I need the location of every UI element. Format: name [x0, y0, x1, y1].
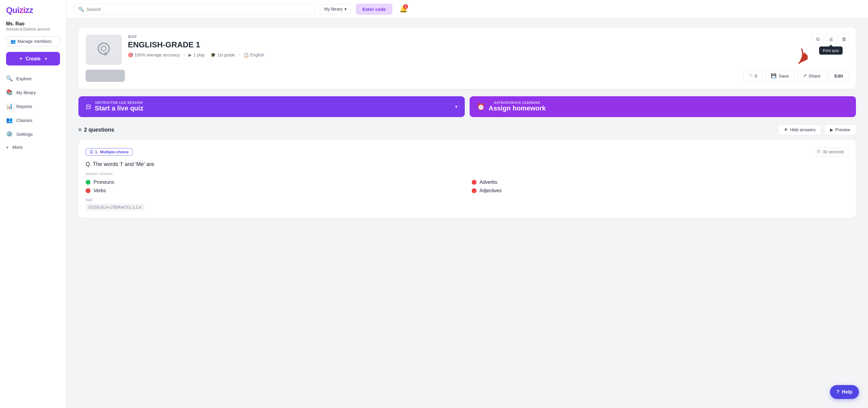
create-button[interactable]: ＋ Create ▼	[6, 52, 60, 65]
quiz-thumbnail	[86, 35, 122, 65]
quiz-info: QUIZ ENGLISH-GRADE 1 🎯 100% average accu…	[128, 35, 849, 57]
edit-button[interactable]: Edit	[829, 70, 849, 82]
user-name: Ms. Rao	[6, 21, 60, 27]
enter-code-button[interactable]: Enter code	[356, 4, 393, 15]
create-plus-icon: ＋	[19, 56, 23, 62]
classes-icon: 👥	[6, 117, 13, 123]
hide-answers-label: Hide answers	[790, 127, 815, 132]
print-button[interactable]: 🖨 Print quiz	[825, 33, 837, 45]
question-text: Q. The words 'I' and 'Me' are	[86, 161, 849, 168]
question-header: ☑ 1. Multiple-choice ⏱ 30 seconds	[86, 147, 849, 156]
time-value: 30 seconds	[823, 149, 844, 154]
create-label: Create	[26, 56, 41, 62]
manage-members-label: Manage members	[18, 39, 52, 44]
sidebar-item-reports[interactable]: 📊 Reports	[0, 99, 66, 113]
question-tag: CCSS.ELA-LITERACY.L.1.1.d	[86, 204, 144, 211]
more-chevron-icon: ∨	[6, 145, 9, 149]
notification-button[interactable]: 🔔 1	[397, 3, 409, 15]
preview-button[interactable]: ▶ Preview	[824, 124, 856, 135]
hide-answers-icon: 👁	[784, 127, 788, 132]
answer-pronouns: Pronouns	[86, 180, 463, 185]
sidebar-item-settings-label: Settings	[16, 132, 33, 137]
sidebar-item-classes[interactable]: 👥 Classes	[0, 113, 66, 127]
quiz-type-label: QUIZ	[128, 35, 849, 38]
grade-icon: 🎓	[211, 53, 216, 57]
save-button[interactable]: 💾 Save	[765, 70, 795, 82]
library-selector[interactable]: My library ▾	[320, 4, 351, 14]
reports-icon: 📊	[6, 103, 13, 110]
sidebar-item-more[interactable]: ∨ More	[0, 141, 66, 153]
answer-dot-wrong-3	[472, 188, 476, 193]
share-icon: ↗	[803, 73, 807, 79]
help-question-icon: ?	[837, 389, 840, 395]
search-bar: 🔍	[73, 4, 315, 15]
copy-button[interactable]: ⧉	[812, 33, 824, 45]
sidebar-item-settings[interactable]: ⚙️ Settings	[0, 127, 66, 141]
assign-homework-button[interactable]: ⏰ ASYNCRONOUS LEARNING Assign homework	[470, 96, 856, 117]
help-button[interactable]: ? Help	[830, 385, 859, 399]
check-icon: ☑	[90, 150, 93, 154]
answer-adjectives-text: Adjectives	[479, 188, 501, 194]
print-tooltip: Print quiz	[819, 47, 843, 55]
answer-verbs: Verbs	[86, 188, 463, 194]
question-type-badge: ☑ 1. Multiple-choice	[86, 148, 132, 156]
play-icon: ▶	[188, 53, 192, 57]
sidebar-item-explore[interactable]: 🔍 Explore	[0, 71, 66, 85]
explore-icon: 🔍	[6, 75, 13, 82]
copy-icon: ⧉	[816, 36, 819, 42]
question-number-label: 1.	[95, 150, 98, 154]
like-button[interactable]: ♡ 0	[743, 70, 763, 82]
search-input[interactable]	[87, 7, 310, 12]
accuracy-icon: 🎯	[128, 53, 133, 57]
answer-adverbs: Adverbs	[472, 180, 849, 185]
library-selector-label: My library	[324, 7, 343, 11]
language-icon: 📋	[244, 53, 249, 57]
save-label: Save	[778, 73, 789, 79]
enter-code-label: Enter code	[363, 7, 386, 12]
sidebar-item-more-label: More	[12, 145, 23, 150]
live-session-title: Start a live quiz	[95, 105, 143, 112]
answer-choices-label: answer choices	[86, 172, 849, 176]
sidebar-item-explore-label: Explore	[16, 76, 32, 81]
manage-members-button[interactable]: 👥 Manage members	[6, 36, 60, 47]
answer-dot-wrong-2	[86, 188, 91, 193]
main-container: 🔍 My library ▾ Enter code 🔔 1 ⧉ 🖨	[66, 0, 868, 408]
hide-answers-button[interactable]: 👁 Hide answers	[778, 124, 821, 135]
preview-label: Preview	[835, 127, 850, 132]
questions-actions: 👁 Hide answers ▶ Preview	[778, 124, 856, 135]
start-live-quiz-button[interactable]: ⊟ INSTRUCTOR-LED SESSION Start a live qu…	[79, 96, 465, 117]
answer-pronouns-text: Pronouns	[93, 180, 114, 185]
blurred-placeholder	[86, 70, 125, 82]
library-selector-chevron-icon: ▾	[344, 7, 346, 11]
manage-members-icon: 👥	[10, 39, 16, 44]
answer-adjectives: Adjectives	[472, 188, 849, 194]
question-type-label: Multiple-choice	[100, 150, 129, 154]
heart-icon: ♡	[749, 73, 753, 79]
print-icon: 🖨	[829, 36, 833, 42]
quiz-plays: ▶ 1 play	[188, 53, 205, 57]
edit-label: Edit	[835, 73, 843, 79]
live-session-label: INSTRUCTOR-LED SESSION	[95, 101, 143, 105]
share-button[interactable]: ↗ Share	[797, 70, 826, 82]
quiz-actions-top: ⧉ 🖨 Print quiz 🗑	[812, 33, 850, 45]
sidebar-item-my-library[interactable]: 📚 My library	[0, 85, 66, 99]
content-area: ⧉ 🖨 Print quiz 🗑	[66, 19, 868, 408]
live-btn-left: ⊟ INSTRUCTOR-LED SESSION Start a live qu…	[86, 101, 143, 112]
live-btn-chevron-icon: ▾	[455, 104, 458, 110]
answer-dot-wrong	[472, 180, 476, 185]
quiz-title: ENGLISH-GRADE 1	[128, 40, 849, 50]
quiz-grade: 🎓 1st grade	[211, 53, 235, 57]
sidebar-item-classes-label: Classes	[16, 118, 32, 123]
questions-count: ≡ 2 questions	[79, 127, 114, 133]
answer-verbs-text: Verbs	[93, 188, 106, 194]
like-count: 0	[754, 73, 757, 79]
delete-icon: 🗑	[842, 36, 846, 42]
tags-label: tags	[86, 198, 849, 202]
delete-button[interactable]: 🗑	[838, 33, 850, 45]
session-buttons: ⊟ INSTRUCTOR-LED SESSION Start a live qu…	[79, 96, 856, 117]
settings-icon: ⚙️	[6, 131, 13, 137]
quiz-thumbnail-image	[95, 41, 113, 59]
homework-title: Assign homework	[489, 105, 546, 112]
search-icon: 🔍	[78, 6, 84, 12]
answer-dot-correct	[86, 180, 91, 185]
